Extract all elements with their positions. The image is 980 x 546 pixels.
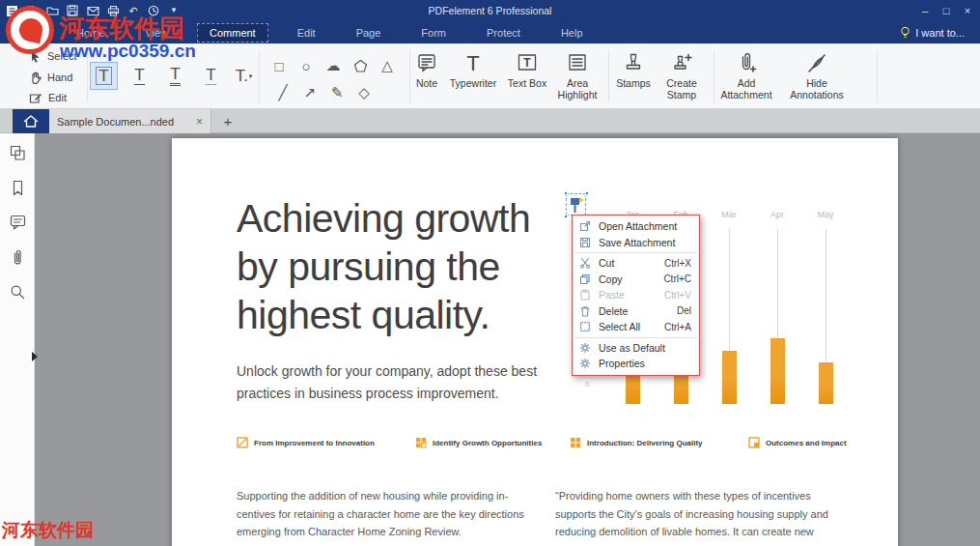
tab-edit[interactable]: Edit	[286, 24, 327, 42]
new-tab-button[interactable]: +	[218, 111, 238, 130]
chart-bar	[770, 338, 785, 404]
outcomes-impact-icon	[748, 437, 760, 448]
left-panel-sidebar	[0, 133, 35, 546]
trash-icon	[579, 305, 591, 317]
document-tab-bar: Sample Documen...nded × +	[0, 109, 980, 133]
pushpin-icon	[568, 195, 585, 215]
watermark-site-url: www.pc0359.cn	[60, 41, 196, 62]
body-column-right: “Providing home owners with these types …	[555, 487, 850, 546]
document-canvas[interactable]: Achieving growth by pursuing the highest…	[35, 133, 980, 546]
selection-handle[interactable]	[585, 191, 589, 195]
chart-whisker	[729, 229, 730, 351]
caret-insert-tool[interactable]: T.▾	[230, 62, 258, 90]
home-button[interactable]	[13, 109, 49, 133]
tab-comment[interactable]: Comment	[197, 23, 268, 43]
tab-form[interactable]: Form	[409, 24, 458, 42]
underline-text-icon: T	[134, 67, 144, 85]
arrow-tool[interactable]: ↗	[299, 82, 321, 103]
sidebar-expand-handle[interactable]	[32, 352, 38, 361]
add-attachment-button[interactable]: Add Attachment	[714, 50, 778, 106]
caret-insert-icon: T.	[236, 67, 248, 86]
eraser-tool[interactable]: ◇	[353, 82, 375, 103]
edit-tool[interactable]: Edit	[29, 90, 67, 105]
rectangle-shape-tool[interactable]: □	[268, 55, 290, 76]
menu-item-copy[interactable]: Copy Ctrl+C	[573, 272, 699, 288]
menu-item-properties[interactable]: Properties	[573, 356, 699, 372]
attachment-annotation[interactable]	[566, 193, 587, 216]
hand-tool[interactable]: Hand	[29, 70, 72, 85]
save-attachment-icon	[579, 237, 591, 248]
bookmark-icon	[11, 180, 25, 196]
chart-month-label: May	[811, 210, 840, 219]
hide-annotations-button[interactable]: Hide Annotations	[784, 50, 850, 106]
body-column-left: Supporting the addition of new housing w…	[237, 487, 536, 541]
hide-annotations-label: Hide Annotations	[784, 77, 850, 101]
text-box-button[interactable]: T Text Box	[502, 50, 552, 106]
maximize-button[interactable]: □	[936, 0, 957, 21]
feature-item: Introduction: Delivering Quality	[570, 437, 703, 448]
delivering-quality-icon	[570, 437, 581, 448]
menu-item-label: Use as Default	[599, 342, 665, 354]
tab-close-icon[interactable]: ×	[196, 115, 203, 129]
comments-panel-button[interactable]	[8, 213, 27, 232]
document-tab[interactable]: Sample Documen...nded ×	[49, 109, 211, 133]
underline-text-tool[interactable]: T	[126, 62, 154, 90]
feature-label: Outcomes and Impact	[766, 439, 847, 447]
open-attachment-icon	[579, 220, 591, 232]
tab-help[interactable]: Help	[549, 24, 595, 42]
pdf-page[interactable]: Achieving growth by pursuing the highest…	[172, 138, 898, 546]
menu-item-delete[interactable]: Delete Del	[573, 303, 699, 320]
cloud-shape-tool[interactable]: ☁	[322, 55, 344, 76]
menu-item-shortcut: Ctrl+A	[664, 322, 691, 332]
tab-page[interactable]: Page	[345, 24, 393, 42]
squiggly-underline-tool[interactable]: T	[197, 62, 225, 90]
chart-bar	[819, 362, 833, 404]
attachments-panel-button[interactable]	[8, 247, 27, 267]
triangle-shape-tool[interactable]: △	[377, 55, 398, 76]
strikethrough-text-tool[interactable]: T	[161, 62, 189, 90]
area-highlight-icon	[566, 50, 589, 77]
thumbnails-panel-button[interactable]	[8, 143, 27, 162]
tab-protect[interactable]: Protect	[475, 24, 532, 42]
note-label: Note	[416, 77, 437, 89]
comment-bubble-icon	[10, 215, 26, 230]
menu-item-shortcut: Ctrl+X	[664, 258, 691, 269]
menu-item-save-attachment[interactable]: Save Attachment	[573, 235, 699, 251]
copy-icon	[579, 273, 591, 285]
toolbar-separator	[608, 50, 609, 102]
menu-item-shortcut: Ctrl+V	[664, 290, 691, 301]
menu-item-use-as-default[interactable]: Use as Default	[573, 340, 699, 357]
pencil-draw-tool[interactable]: ✎	[326, 82, 348, 103]
search-panel-button[interactable]	[8, 282, 27, 302]
watermark-logo-icon	[6, 6, 54, 54]
hand-tool-label: Hand	[47, 72, 72, 83]
select-all-icon	[579, 321, 591, 332]
i-want-to-button[interactable]: I want to...	[900, 21, 965, 43]
highlight-text-icon: T	[96, 67, 111, 86]
oval-shape-tool[interactable]: ○	[295, 55, 317, 76]
line-tool[interactable]: ╱	[272, 82, 294, 103]
feature-item: From Improvement to Innovation	[237, 437, 375, 448]
menu-item-select-all[interactable]: Select All Ctrl+A	[573, 319, 699, 335]
paperclip-plus-icon	[735, 50, 758, 77]
close-button[interactable]: ×	[957, 0, 978, 21]
feature-label: From Improvement to Innovation	[254, 439, 375, 447]
typewriter-button[interactable]: T Typewriter	[441, 50, 505, 106]
chart-zero-tick: 0	[585, 380, 589, 388]
highlight-text-tool[interactable]: T	[90, 62, 118, 90]
gear-icon	[579, 342, 591, 354]
bookmarks-panel-button[interactable]	[8, 178, 27, 197]
create-stamp-button[interactable]: Create Stamp	[657, 50, 707, 106]
feature-item: Identify Growth Opportunities	[415, 437, 542, 448]
polygon-shape-tool[interactable]	[350, 55, 371, 76]
menu-item-cut[interactable]: Cut Ctrl+X	[573, 255, 699, 272]
selection-handle[interactable]	[564, 215, 568, 218]
improvement-to-innovation-icon	[237, 437, 248, 448]
stamps-button[interactable]: Stamps	[610, 50, 657, 106]
area-highlight-button[interactable]: Area Highlight	[550, 50, 604, 106]
selection-handle[interactable]	[564, 191, 568, 195]
menu-item-open-attachment[interactable]: Open Attachment	[573, 218, 699, 235]
growth-opportunities-icon	[415, 437, 427, 448]
minimize-button[interactable]: –	[914, 0, 936, 21]
bar-chart: 0 JanFebMarAprMay	[172, 138, 898, 546]
